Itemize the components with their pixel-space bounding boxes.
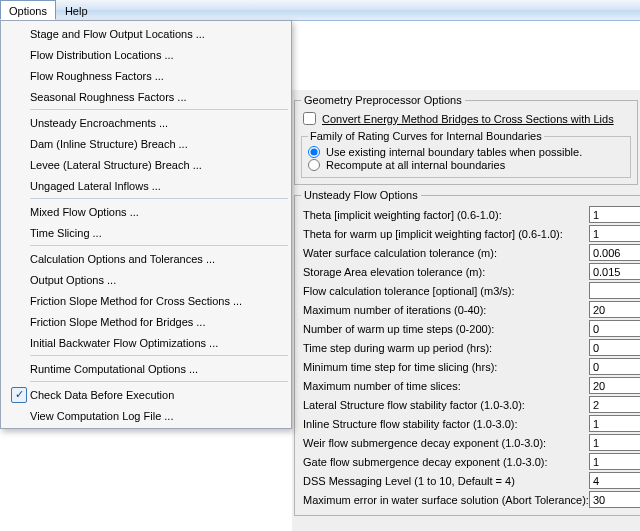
- convert-bridges-checkbox[interactable]: [303, 112, 316, 125]
- unsteady-row: Water surface calculation tolerance (m):: [301, 243, 640, 262]
- unsteady-row-input[interactable]: [589, 263, 640, 280]
- menu-label: Dam (Inline Structure) Breach ...: [30, 138, 272, 150]
- unsteady-row-input[interactable]: [589, 225, 640, 242]
- unsteady-row-label: Lateral Structure flow stability factor …: [301, 399, 589, 411]
- unsteady-row: Gate flow submergence decay exponent (1.…: [301, 452, 640, 471]
- options-panel: Geometry Preprocessor Options Convert En…: [292, 90, 640, 531]
- menu-help[interactable]: Help: [56, 0, 97, 20]
- check-icon: ✓: [11, 387, 27, 403]
- unsteady-row-input[interactable]: [589, 358, 640, 375]
- menu-item[interactable]: Initial Backwater Flow Optimizations ...: [2, 332, 290, 353]
- menu-item[interactable]: Friction Slope Method for Cross Sections…: [2, 290, 290, 311]
- family-opt-existing-radio[interactable]: [308, 146, 320, 158]
- menu-item[interactable]: View Computation Log File ...: [2, 405, 290, 426]
- menu-label: Output Options ...: [30, 274, 272, 286]
- menu-item[interactable]: Ungaged Lateral Inflows ...: [2, 175, 290, 196]
- unsteady-row-input[interactable]: [589, 320, 640, 337]
- unsteady-row-label: Gate flow submergence decay exponent (1.…: [301, 456, 589, 468]
- unsteady-row-input[interactable]: [589, 301, 640, 318]
- menu-separator: [30, 109, 288, 110]
- menu-label: Stage and Flow Output Locations ...: [30, 28, 272, 40]
- menu-item[interactable]: Calculation Options and Tolerances ...: [2, 248, 290, 269]
- menubar: Options Help: [0, 0, 640, 21]
- convert-bridges-row[interactable]: Convert Energy Method Bridges to Cross S…: [303, 112, 631, 125]
- menu-label: Flow Roughness Factors ...: [30, 70, 272, 82]
- unsteady-row: Storage Area elevation tolerance (m):: [301, 262, 640, 281]
- menu-label: Mixed Flow Options ...: [30, 206, 272, 218]
- unsteady-row-label: Storage Area elevation tolerance (m):: [301, 266, 589, 278]
- unsteady-row-label: Flow calculation tolerance [optional] (m…: [301, 285, 589, 297]
- menu-label: Levee (Lateral Structure) Breach ...: [30, 159, 272, 171]
- unsteady-row-input[interactable]: [589, 339, 640, 356]
- unsteady-row-label: DSS Messaging Level (1 to 10, Default = …: [301, 475, 589, 487]
- menu-item[interactable]: Stage and Flow Output Locations ...: [2, 23, 290, 44]
- menu-item[interactable]: Output Options ...: [2, 269, 290, 290]
- menu-item[interactable]: Flow Distribution Locations ...: [2, 44, 290, 65]
- unsteady-row: Theta [implicit weighting factor] (0.6-1…: [301, 205, 640, 224]
- menu-label: Seasonal Roughness Factors ...: [30, 91, 272, 103]
- unsteady-row-label: Minimum time step for time slicing (hrs)…: [301, 361, 589, 373]
- unsteady-row-input[interactable]: [589, 377, 640, 394]
- unsteady-row: Time step during warm up period (hrs):: [301, 338, 640, 357]
- menu-options[interactable]: Options: [0, 0, 56, 20]
- menu-separator: [30, 355, 288, 356]
- menu-separator: [30, 381, 288, 382]
- unsteady-row-input[interactable]: [589, 453, 640, 470]
- convert-bridges-label: Convert Energy Method Bridges to Cross S…: [322, 113, 614, 125]
- unsteady-flow-legend: Unsteady Flow Options: [301, 189, 421, 201]
- menu-label: Flow Distribution Locations ...: [30, 49, 272, 61]
- unsteady-row-input[interactable]: [589, 282, 640, 299]
- menu-separator: [30, 198, 288, 199]
- unsteady-row-label: Time step during warm up period (hrs):: [301, 342, 589, 354]
- unsteady-row-input[interactable]: [589, 415, 640, 432]
- unsteady-row-label: Number of warm up time steps (0-200):: [301, 323, 589, 335]
- menu-item-check-data[interactable]: ✓ Check Data Before Execution: [2, 384, 290, 405]
- menu-item[interactable]: Friction Slope Method for Bridges ...: [2, 311, 290, 332]
- menu-label: Ungaged Lateral Inflows ...: [30, 180, 272, 192]
- unsteady-row: Lateral Structure flow stability factor …: [301, 395, 640, 414]
- unsteady-row-input[interactable]: [589, 206, 640, 223]
- unsteady-row: Number of warm up time steps (0-200):: [301, 319, 640, 338]
- menu-label: Friction Slope Method for Bridges ...: [30, 316, 272, 328]
- menu-separator: [30, 245, 288, 246]
- unsteady-row: Inline Structure flow stability factor (…: [301, 414, 640, 433]
- menu-item[interactable]: Time Slicing ...: [2, 222, 290, 243]
- family-opt-recompute[interactable]: Recompute at all internal boundaries: [308, 159, 624, 171]
- menu-label: Check Data Before Execution: [30, 389, 272, 401]
- unsteady-row-input[interactable]: [589, 491, 640, 508]
- menu-item[interactable]: Seasonal Roughness Factors ...: [2, 86, 290, 107]
- options-dropdown: Stage and Flow Output Locations ... Flow…: [0, 20, 292, 429]
- menu-item[interactable]: Unsteady Encroachments ...: [2, 112, 290, 133]
- unsteady-row-label: Theta for warm up [implicit weighting fa…: [301, 228, 589, 240]
- geometry-preprocessor-group: Geometry Preprocessor Options Convert En…: [294, 94, 638, 185]
- family-opt-existing[interactable]: Use existing internal boundary tables wh…: [308, 146, 624, 158]
- unsteady-row-label: Inline Structure flow stability factor (…: [301, 418, 589, 430]
- menu-label: Initial Backwater Flow Optimizations ...: [30, 337, 272, 349]
- unsteady-row-input[interactable]: [589, 434, 640, 451]
- family-opt-recompute-radio[interactable]: [308, 159, 320, 171]
- family-opt-recompute-label: Recompute at all internal boundaries: [326, 159, 505, 171]
- unsteady-row-input[interactable]: [589, 472, 640, 489]
- unsteady-row-input[interactable]: [589, 244, 640, 261]
- unsteady-flow-group: Unsteady Flow Options Theta [implicit we…: [294, 189, 640, 516]
- menu-item[interactable]: Runtime Computational Options ...: [2, 358, 290, 379]
- unsteady-row: Minimum time step for time slicing (hrs)…: [301, 357, 640, 376]
- menu-label: View Computation Log File ...: [30, 410, 272, 422]
- menu-label: Friction Slope Method for Cross Sections…: [30, 295, 272, 307]
- menu-item[interactable]: Mixed Flow Options ...: [2, 201, 290, 222]
- menu-item[interactable]: Dam (Inline Structure) Breach ...: [2, 133, 290, 154]
- geometry-preprocessor-legend: Geometry Preprocessor Options: [301, 94, 465, 106]
- unsteady-row: Maximum number of time slices:: [301, 376, 640, 395]
- unsteady-row-label: Water surface calculation tolerance (m):: [301, 247, 589, 259]
- menu-item[interactable]: Levee (Lateral Structure) Breach ...: [2, 154, 290, 175]
- unsteady-row-label: Maximum number of iterations (0-40):: [301, 304, 589, 316]
- family-rating-curves-group: Family of Rating Curves for Internal Bou…: [301, 130, 631, 178]
- menu-item[interactable]: Flow Roughness Factors ...: [2, 65, 290, 86]
- unsteady-row-label: Theta [implicit weighting factor] (0.6-1…: [301, 209, 589, 221]
- unsteady-row-input[interactable]: [589, 396, 640, 413]
- unsteady-row: Flow calculation tolerance [optional] (m…: [301, 281, 640, 300]
- family-rating-curves-legend: Family of Rating Curves for Internal Bou…: [308, 130, 544, 142]
- unsteady-row: Maximum error in water surface solution …: [301, 490, 640, 509]
- menu-label: Calculation Options and Tolerances ...: [30, 253, 272, 265]
- menu-label: Time Slicing ...: [30, 227, 272, 239]
